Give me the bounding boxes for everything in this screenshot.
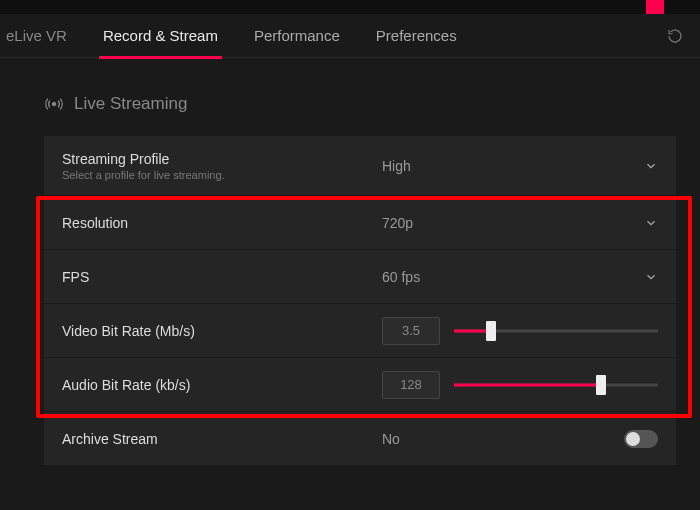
audio-bitrate-input[interactable] bbox=[382, 371, 440, 399]
row-resolution: Resolution 720p bbox=[44, 196, 676, 250]
chevron-down-icon[interactable] bbox=[644, 216, 658, 230]
tab-record-stream[interactable]: Record & Stream bbox=[85, 14, 236, 58]
archive-value: No bbox=[382, 431, 400, 447]
row-audio-bitrate: Audio Bit Rate (kb/s) bbox=[44, 358, 676, 412]
profile-sublabel: Select a profile for live streaming. bbox=[62, 169, 382, 181]
section-header: Live Streaming bbox=[4, 94, 696, 114]
archive-label: Archive Stream bbox=[62, 431, 382, 447]
section-title: Live Streaming bbox=[74, 94, 187, 114]
resolution-value: 720p bbox=[382, 215, 413, 231]
accent-strip bbox=[646, 0, 664, 14]
profile-label: Streaming Profile bbox=[62, 151, 382, 167]
tab-label: eLive VR bbox=[6, 27, 67, 44]
tab-preferences[interactable]: Preferences bbox=[358, 14, 475, 58]
tab-relive-vr[interactable]: eLive VR bbox=[0, 14, 85, 58]
video-bitrate-slider[interactable] bbox=[454, 321, 658, 341]
fps-label: FPS bbox=[62, 269, 382, 285]
reset-icon[interactable] bbox=[666, 27, 684, 45]
tab-label: Performance bbox=[254, 27, 340, 44]
row-fps: FPS 60 fps bbox=[44, 250, 676, 304]
slider-fill bbox=[454, 383, 601, 386]
row-archive-stream: Archive Stream No bbox=[44, 412, 676, 466]
window-titlebar bbox=[0, 0, 700, 14]
tab-label: Preferences bbox=[376, 27, 457, 44]
slider-thumb[interactable] bbox=[486, 321, 496, 341]
toggle-knob bbox=[626, 432, 640, 446]
svg-point-0 bbox=[52, 102, 56, 106]
broadcast-icon bbox=[44, 94, 64, 114]
chevron-down-icon[interactable] bbox=[644, 159, 658, 173]
profile-value: High bbox=[382, 158, 411, 174]
slider-thumb[interactable] bbox=[596, 375, 606, 395]
video-bitrate-label: Video Bit Rate (Mb/s) bbox=[62, 323, 382, 339]
tab-label: Record & Stream bbox=[103, 27, 218, 44]
archive-toggle[interactable] bbox=[624, 430, 658, 448]
fps-value: 60 fps bbox=[382, 269, 420, 285]
audio-bitrate-label: Audio Bit Rate (kb/s) bbox=[62, 377, 382, 393]
video-bitrate-input[interactable] bbox=[382, 317, 440, 345]
row-video-bitrate: Video Bit Rate (Mb/s) bbox=[44, 304, 676, 358]
row-streaming-profile: Streaming Profile Select a profile for l… bbox=[44, 136, 676, 196]
tab-bar: eLive VR Record & Stream Performance Pre… bbox=[0, 14, 700, 58]
chevron-down-icon[interactable] bbox=[644, 270, 658, 284]
resolution-label: Resolution bbox=[62, 215, 382, 231]
settings-list: Streaming Profile Select a profile for l… bbox=[44, 136, 676, 466]
tab-performance[interactable]: Performance bbox=[236, 14, 358, 58]
audio-bitrate-slider[interactable] bbox=[454, 375, 658, 395]
settings-panel: Live Streaming Streaming Profile Select … bbox=[0, 58, 700, 466]
